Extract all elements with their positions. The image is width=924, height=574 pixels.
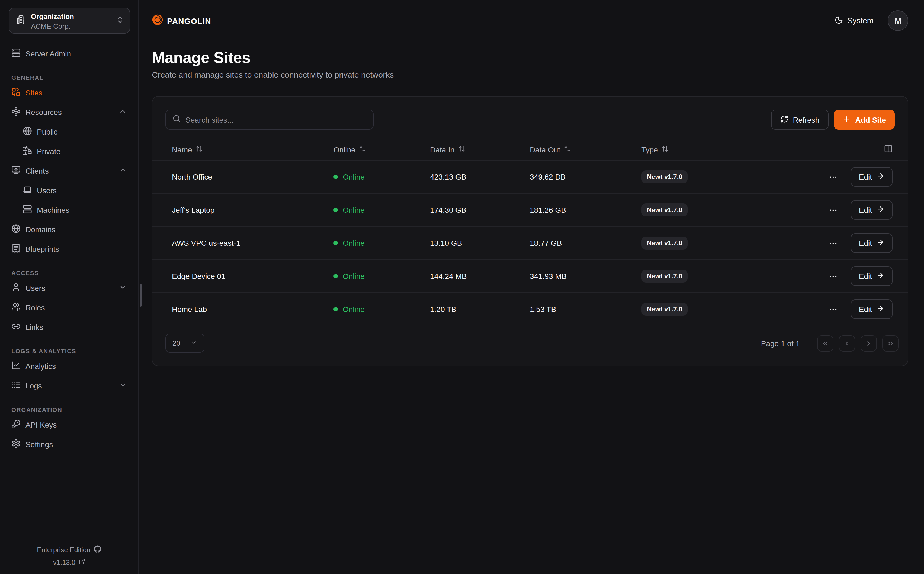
site-name: Home Lab (172, 305, 333, 314)
sidebar-item-label: API Keys (25, 421, 127, 429)
sidebar-item-label: Domains (25, 225, 127, 234)
sidebar-item-public[interactable]: Public (20, 122, 130, 142)
edit-label: Edit (859, 272, 872, 281)
users-icon (11, 302, 20, 313)
sites-table: Name Online Data In Data Out (152, 139, 908, 326)
sidebar-nav: Server Admin GENERAL Sites Resources Pub… (9, 33, 130, 454)
site-data-in: 144.24 MB (430, 272, 530, 281)
add-site-label: Add Site (855, 115, 886, 124)
row-actions: Edit (828, 233, 893, 253)
section-label-logs-analytics: LOGS & ANALYTICS (9, 345, 130, 356)
chevron-up-icon[interactable] (119, 107, 127, 117)
row-menu-button[interactable] (828, 238, 838, 248)
edit-button[interactable]: Edit (851, 200, 893, 220)
column-label: Data In (430, 145, 454, 154)
sort-icon (662, 145, 669, 154)
sidebar-item-label: Roles (25, 303, 127, 312)
status-label: Online (343, 272, 365, 281)
site-name: Jeff's Laptop (172, 206, 333, 214)
sidebar-item-server-admin[interactable]: Server Admin (9, 44, 130, 63)
link-icon (11, 322, 20, 333)
sidebar-item-client-users[interactable]: Users (20, 181, 130, 200)
search-icon (173, 115, 181, 125)
sidebar-item-settings[interactable]: Settings (9, 435, 130, 454)
pagination: Page 1 of 1 (761, 335, 899, 351)
sidebar-item-label: Analytics (25, 362, 127, 371)
sidebar-item-label: Machines (37, 206, 127, 214)
sidebar-item-logs[interactable]: Logs (9, 376, 130, 396)
site-status: Online (333, 239, 430, 248)
site-status: Online (333, 305, 430, 314)
topbar: PANGOLIN System M (152, 0, 908, 41)
status-label: Online (343, 172, 365, 181)
site-status: Online (333, 272, 430, 281)
column-header-type[interactable]: Type (641, 145, 884, 154)
org-selector[interactable]: Organization ACME Corp. (9, 8, 130, 34)
edit-button[interactable]: Edit (851, 266, 893, 286)
edition-link[interactable]: Enterprise Edition (37, 545, 101, 555)
sidebar-item-users[interactable]: Users (9, 278, 130, 298)
add-site-button[interactable]: Add Site (834, 110, 895, 130)
status-label: Online (343, 206, 365, 214)
edit-button[interactable]: Edit (851, 167, 893, 187)
sidebar-item-machines[interactable]: Machines (20, 200, 130, 220)
column-header-name[interactable]: Name (172, 145, 333, 154)
next-page-button[interactable] (861, 335, 877, 351)
site-name: AWS VPC us-east-1 (172, 239, 333, 248)
column-header-data-in[interactable]: Data In (430, 145, 530, 154)
logs-icon (11, 380, 20, 391)
column-header-data-out[interactable]: Data Out (530, 145, 641, 154)
column-header-online[interactable]: Online (333, 145, 430, 154)
row-actions: Edit (828, 167, 893, 187)
sidebar-item-sites[interactable]: Sites (9, 83, 130, 102)
type-badge: Newt v1.7.0 (641, 237, 688, 249)
sidebar-item-resources[interactable]: Resources (9, 102, 130, 122)
row-menu-button[interactable] (828, 172, 838, 181)
first-page-button[interactable] (817, 335, 833, 351)
refresh-button[interactable]: Refresh (771, 110, 828, 130)
row-menu-button[interactable] (828, 304, 838, 314)
sidebar-item-domains[interactable]: Domains (9, 220, 130, 239)
page-info: Page 1 of 1 (761, 339, 800, 347)
columns-icon (884, 144, 893, 155)
status-label: Online (343, 239, 365, 248)
plus-icon (843, 115, 851, 125)
row-menu-button[interactable] (828, 271, 838, 281)
chevron-down-icon[interactable] (119, 283, 127, 293)
section-label-access: ACCESS (9, 268, 130, 278)
sort-icon (458, 145, 465, 154)
avatar[interactable]: M (888, 10, 908, 31)
org-label: Organization (31, 12, 74, 20)
type-badge: Newt v1.7.0 (641, 203, 688, 216)
globe-icon (11, 224, 20, 235)
sidebar-item-links[interactable]: Links (9, 317, 130, 337)
chevron-up-icon[interactable] (119, 166, 127, 176)
sidebar-item-roles[interactable]: Roles (9, 298, 130, 317)
search-input[interactable] (185, 115, 366, 124)
sidebar-item-label: Users (25, 284, 114, 292)
site-data-in: 13.10 GB (430, 239, 530, 248)
theme-toggle[interactable]: System (834, 16, 874, 26)
page-size-select[interactable]: 20 (165, 334, 204, 353)
chevron-down-icon[interactable] (119, 381, 127, 391)
brand[interactable]: PANGOLIN (152, 14, 211, 27)
table-row: Jeff's Laptop Online 174.30 GB 181.26 GB… (152, 194, 908, 227)
sidebar-item-blueprints[interactable]: Blueprints (9, 239, 130, 259)
row-actions: Edit (828, 266, 893, 286)
edit-button[interactable]: Edit (851, 300, 893, 319)
gear-icon (11, 439, 20, 450)
sidebar-item-analytics[interactable]: Analytics (9, 356, 130, 376)
sidebar-item-private[interactable]: Private (20, 142, 130, 161)
prev-page-button[interactable] (839, 335, 855, 351)
row-menu-button[interactable] (828, 205, 838, 214)
sidebar-item-clients[interactable]: Clients (9, 161, 130, 181)
arrow-right-icon (876, 238, 885, 248)
columns-toggle-button[interactable] (884, 144, 893, 155)
arrow-right-icon (876, 304, 885, 314)
version-link[interactable]: v1.13.0 (53, 558, 85, 566)
last-page-button[interactable] (882, 335, 899, 351)
sidebar-item-api-keys[interactable]: API Keys (9, 415, 130, 435)
building-icon (16, 15, 25, 27)
edit-button[interactable]: Edit (851, 233, 893, 253)
site-name: Edge Device 01 (172, 272, 333, 281)
